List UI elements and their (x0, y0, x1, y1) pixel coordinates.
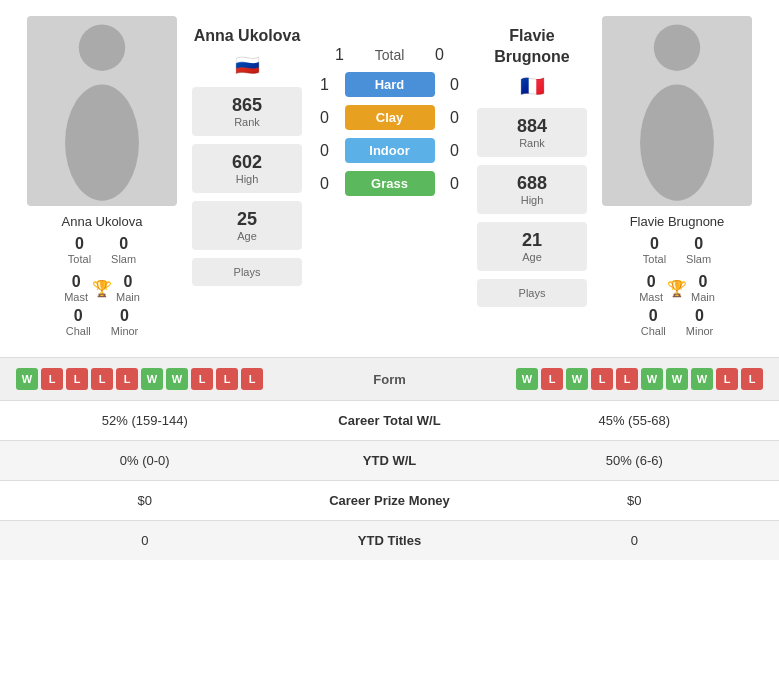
form-badge-l: L (591, 368, 613, 390)
left-plays-label: Plays (196, 266, 298, 278)
right-main-label: Main (691, 291, 715, 303)
left-minor-stat: 0 Minor (111, 307, 139, 337)
form-badge-l: L (616, 368, 638, 390)
left-minor-value: 0 (120, 307, 129, 325)
left-age-value: 25 (196, 209, 298, 230)
right-main-stat: 0 Main (691, 273, 715, 303)
center-column: 1 Total 0 1 Hard 0 0 Clay 0 0 Indoor (302, 16, 477, 341)
left-career-wl: 52% (159-144) (0, 401, 290, 440)
form-badge-w: W (666, 368, 688, 390)
right-minor-stat: 0 Minor (686, 307, 714, 337)
ytd-titles-label: YTD Titles (290, 521, 490, 560)
right-slam-label: Slam (686, 253, 711, 265)
right-total-stat: 0 Total (643, 235, 666, 265)
ytd-wl-row: 0% (0-0) YTD W/L 50% (6-6) (0, 440, 779, 480)
right-rank-value: 884 (481, 116, 583, 137)
left-stats-row3: 0 Chall 0 Minor (66, 307, 139, 337)
total-row: 1 Total 0 (330, 16, 450, 64)
right-main-value: 0 (698, 273, 707, 291)
left-ytd-titles: 0 (0, 521, 290, 560)
left-clay-score: 0 (315, 109, 335, 127)
form-badge-l: L (741, 368, 763, 390)
indoor-button[interactable]: Indoor (345, 138, 435, 163)
left-chall-label: Chall (66, 325, 91, 337)
left-total-label: Total (68, 253, 91, 265)
left-main-label: Main (116, 291, 140, 303)
left-chall-value: 0 (74, 307, 83, 325)
left-mast-label: Mast (64, 291, 88, 303)
right-stats-row3: 0 Chall 0 Minor (641, 307, 714, 337)
form-label: Form (373, 372, 406, 387)
left-high-label: High (196, 173, 298, 185)
left-trophy-icon: 🏆 (92, 279, 112, 298)
right-mast-label: Mast (639, 291, 663, 303)
right-high-label: High (481, 194, 583, 206)
right-high-box: 688 High (477, 165, 587, 214)
right-player-avatar (602, 16, 752, 206)
right-mast-value: 0 (647, 273, 656, 291)
form-badge-w: W (141, 368, 163, 390)
right-total-label: Total (643, 253, 666, 265)
left-total-stat: 0 Total (68, 235, 91, 265)
right-chall-label: Chall (641, 325, 666, 337)
left-name-center: Anna Ukolova (194, 26, 301, 47)
right-indoor-score: 0 (445, 142, 465, 160)
left-player-card: Anna Ukolova 0 Total 0 Slam 0 Mast 🏆 (12, 16, 192, 341)
left-stats-row1: 0 Total 0 Slam (68, 235, 136, 265)
right-ytd-titles: 0 (490, 521, 780, 560)
right-player-card: Flavie Brugnone 0 Total 0 Slam 0 Mast 🏆 (587, 16, 767, 341)
prize-row: $0 Career Prize Money $0 (0, 480, 779, 520)
form-badge-l: L (66, 368, 88, 390)
right-trophy-row1: 0 Mast 🏆 0 Main (639, 273, 715, 303)
left-minor-label: Minor (111, 325, 139, 337)
form-badge-l: L (216, 368, 238, 390)
left-player-avatar (27, 16, 177, 206)
right-career-wl: 45% (55-68) (490, 401, 780, 440)
form-badge-w: W (691, 368, 713, 390)
svg-point-0 (79, 24, 125, 70)
right-slam-value: 0 (694, 235, 703, 253)
left-slam-label: Slam (111, 253, 136, 265)
left-chall-stat: 0 Chall (66, 307, 91, 337)
form-badge-l: L (41, 368, 63, 390)
form-badge-l: L (541, 368, 563, 390)
left-prize: $0 (0, 481, 290, 520)
main-container: Anna Ukolova 0 Total 0 Slam 0 Mast 🏆 (0, 0, 779, 560)
right-total-score: 0 (430, 46, 450, 64)
right-minor-value: 0 (695, 307, 704, 325)
total-label: Total (360, 47, 420, 63)
right-age-box: 21 Age (477, 222, 587, 271)
form-badge-w: W (641, 368, 663, 390)
right-ytd-wl: 50% (6-6) (490, 441, 780, 480)
right-rank-label: Rank (481, 137, 583, 149)
left-player-name: Anna Ukolova (62, 214, 143, 229)
left-hard-score: 1 (315, 76, 335, 94)
clay-button[interactable]: Clay (345, 105, 435, 130)
right-plays-box: Plays (477, 279, 587, 307)
form-badge-l: L (91, 368, 113, 390)
left-age-box: 25 Age (192, 201, 302, 250)
right-total-value: 0 (650, 235, 659, 253)
form-badge-l: L (241, 368, 263, 390)
right-middle-panel: Flavie Brugnone 🇫🇷 884 Rank 688 High 21 … (477, 16, 587, 341)
form-section: WLLLLWWLLL Form WLWLLWWWLL (0, 357, 779, 400)
right-player-name: Flavie Brugnone (630, 214, 725, 229)
right-chall-stat: 0 Chall (641, 307, 666, 337)
right-mast-stat: 0 Mast (639, 273, 663, 303)
right-slam-stat: 0 Slam (686, 235, 711, 265)
right-minor-label: Minor (686, 325, 714, 337)
right-flag: 🇫🇷 (520, 74, 545, 98)
grass-button[interactable]: Grass (345, 171, 435, 196)
clay-row: 0 Clay 0 (310, 105, 469, 130)
svg-point-3 (640, 85, 714, 201)
left-trophy-row1: 0 Mast 🏆 0 Main (64, 273, 140, 303)
form-badge-w: W (166, 368, 188, 390)
hard-button[interactable]: Hard (345, 72, 435, 97)
svg-point-1 (65, 85, 139, 201)
left-mast-stat: 0 Mast (64, 273, 88, 303)
right-plays-label: Plays (481, 287, 583, 299)
player-section: Anna Ukolova 0 Total 0 Slam 0 Mast 🏆 (0, 0, 779, 357)
svg-point-2 (654, 24, 700, 70)
grass-row: 0 Grass 0 (310, 171, 469, 196)
left-total-value: 0 (75, 235, 84, 253)
